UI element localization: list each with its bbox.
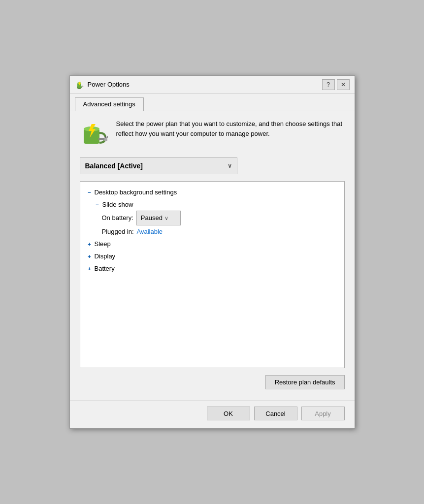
label-on-battery: On battery: [102, 212, 133, 224]
plan-dropdown[interactable]: Balanced [Active] ∨ [80, 158, 237, 174]
power-options-dialog: Power Options ? ✕ Advanced settings [69, 75, 355, 429]
content-area: Select the power plan that you want to c… [70, 111, 355, 400]
window-title: Power Options [88, 81, 322, 88]
apply-button[interactable]: Apply [301, 407, 345, 420]
expand-icon-slide-show: − [94, 200, 101, 210]
title-bar: Power Options ? ✕ [70, 76, 355, 94]
tree-row-plugged-in: Plugged in: Available [94, 225, 338, 238]
power-icon-area [80, 119, 109, 149]
help-button[interactable]: ? [322, 79, 335, 90]
on-battery-arrow: ∨ [164, 213, 168, 223]
label-display: Display [95, 251, 116, 263]
settings-tree-box: − Desktop background settings − Slide sh… [80, 181, 345, 368]
on-battery-value: Paused [141, 212, 163, 224]
label-slide-show: Slide show [102, 199, 133, 211]
tree-item-display: + Display [86, 251, 338, 263]
tree-row-slide-show[interactable]: − Slide show [94, 199, 338, 211]
tree-row-on-battery: On battery: Paused ∨ [94, 211, 338, 225]
window-icon [75, 80, 85, 90]
label-sleep: Sleep [95, 238, 111, 251]
label-battery: Battery [95, 263, 115, 275]
tree-item-sleep: + Sleep [86, 238, 338, 251]
close-button[interactable]: ✕ [337, 79, 350, 90]
expand-icon-sleep: + [86, 239, 93, 250]
footer: OK Cancel Apply [70, 400, 355, 428]
tree-item-desktop-bg: − Desktop background settings − Slide sh… [86, 187, 338, 238]
tab-label: Advanced settings [83, 100, 135, 108]
restore-plan-defaults-button[interactable]: Restore plan defaults [265, 375, 345, 389]
tree-row-desktop-bg[interactable]: − Desktop background settings [86, 187, 338, 199]
expand-icon-battery: + [86, 264, 93, 274]
svg-rect-8 [98, 138, 104, 140]
tree-row-battery[interactable]: + Battery [86, 263, 338, 275]
svg-rect-11 [107, 136, 108, 138]
tree-row-sleep[interactable]: + Sleep [86, 238, 338, 251]
tab-advanced-settings[interactable]: Advanced settings [75, 97, 144, 111]
label-plugged-in: Plugged in: [102, 225, 134, 238]
on-battery-dropdown[interactable]: Paused ∨ [136, 211, 181, 225]
expand-icon-display: + [86, 252, 93, 262]
svg-rect-10 [105, 136, 106, 138]
expand-icon-desktop-bg: − [86, 188, 93, 198]
tree-item-slide-show: − Slide show On battery: Paused ∨ Plugge… [86, 199, 338, 239]
description-text: Select the power plan that you want to c… [116, 119, 345, 138]
label-desktop-bg: Desktop background settings [95, 187, 177, 199]
description-row: Select the power plan that you want to c… [80, 119, 345, 149]
plan-dropdown-arrow: ∨ [228, 162, 232, 169]
plan-dropdown-value: Balanced [Active] [85, 162, 143, 170]
plan-dropdown-row: Balanced [Active] ∨ [80, 158, 345, 174]
svg-line-4 [82, 86, 83, 87]
title-bar-controls: ? ✕ [322, 79, 350, 90]
restore-row: Restore plan defaults [80, 375, 345, 389]
cancel-button[interactable]: Cancel [254, 407, 297, 420]
ok-button[interactable]: OK [207, 407, 250, 420]
plugged-in-link[interactable]: Available [137, 225, 163, 238]
tree-row-display[interactable]: + Display [86, 251, 338, 263]
tab-area: Advanced settings [70, 94, 355, 111]
tree-item-battery: + Battery [86, 263, 338, 275]
